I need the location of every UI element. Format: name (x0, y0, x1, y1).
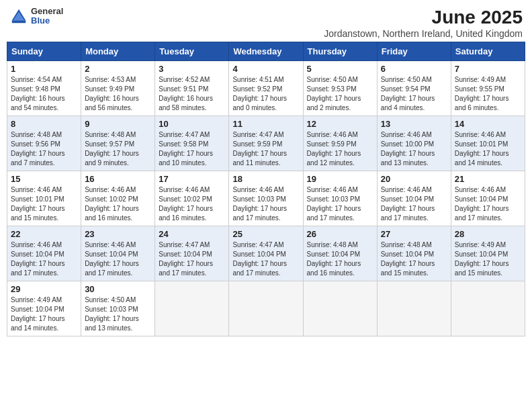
day-number: 22 (11, 229, 77, 239)
calendar-cell: 14Sunrise: 4:46 AM Sunset: 10:01 PM Dayl… (451, 116, 525, 171)
header-thursday: Thursday (303, 42, 377, 61)
calendar-cell: 23Sunrise: 4:46 AM Sunset: 10:04 PM Dayl… (81, 226, 155, 281)
day-number: 23 (85, 229, 151, 239)
day-number: 19 (307, 174, 373, 184)
header-wednesday: Wednesday (229, 42, 303, 61)
calendar-cell: 18Sunrise: 4:46 AM Sunset: 10:03 PM Dayl… (229, 171, 303, 226)
day-info: Sunrise: 4:49 AM Sunset: 10:04 PM Daylig… (11, 295, 77, 333)
calendar-cell: 15Sunrise: 4:46 AM Sunset: 10:01 PM Dayl… (7, 171, 81, 226)
calendar-cell: 17Sunrise: 4:46 AM Sunset: 10:02 PM Dayl… (155, 171, 229, 226)
calendar-cell: 29Sunrise: 4:49 AM Sunset: 10:04 PM Dayl… (7, 281, 81, 336)
day-info: Sunrise: 4:51 AM Sunset: 9:52 PM Dayligh… (232, 75, 299, 113)
header-saturday: Saturday (451, 42, 525, 61)
logo: General Blue (9, 7, 63, 26)
calendar-cell: 5Sunrise: 4:50 AM Sunset: 9:53 PM Daylig… (303, 61, 377, 116)
day-info: Sunrise: 4:48 AM Sunset: 10:04 PM Daylig… (381, 240, 447, 278)
day-number: 29 (11, 284, 77, 294)
calendar-cell: 21Sunrise: 4:46 AM Sunset: 10:04 PM Dayl… (451, 171, 525, 226)
day-info: Sunrise: 4:54 AM Sunset: 9:48 PM Dayligh… (11, 75, 77, 113)
calendar-cell: 26Sunrise: 4:48 AM Sunset: 10:04 PM Dayl… (303, 226, 377, 281)
calendar-week-5: 29Sunrise: 4:49 AM Sunset: 10:04 PM Dayl… (7, 281, 525, 336)
day-number: 13 (381, 119, 447, 129)
day-info: Sunrise: 4:46 AM Sunset: 10:00 PM Daylig… (381, 130, 447, 168)
day-number: 15 (11, 174, 77, 184)
day-info: Sunrise: 4:46 AM Sunset: 10:04 PM Daylig… (381, 185, 447, 223)
calendar-week-2: 8Sunrise: 4:48 AM Sunset: 9:56 PM Daylig… (7, 116, 525, 171)
day-number: 28 (455, 229, 521, 239)
day-info: Sunrise: 4:46 AM Sunset: 10:03 PM Daylig… (232, 185, 299, 223)
calendar-table: SundayMondayTuesdayWednesdayThursdayFrid… (7, 42, 525, 336)
day-number: 1 (11, 64, 77, 74)
day-number: 11 (232, 119, 299, 129)
day-number: 5 (307, 64, 373, 74)
header-sunday: Sunday (7, 42, 81, 61)
day-info: Sunrise: 4:46 AM Sunset: 10:04 PM Daylig… (11, 240, 77, 278)
calendar-cell: 3Sunrise: 4:52 AM Sunset: 9:51 PM Daylig… (155, 61, 229, 116)
day-info: Sunrise: 4:50 AM Sunset: 9:53 PM Dayligh… (307, 75, 373, 113)
calendar-cell: 27Sunrise: 4:48 AM Sunset: 10:04 PM Dayl… (377, 226, 451, 281)
calendar-cell: 30Sunrise: 4:50 AM Sunset: 10:03 PM Dayl… (81, 281, 155, 336)
main-title: June 2025 (324, 7, 523, 28)
calendar-cell: 7Sunrise: 4:49 AM Sunset: 9:55 PM Daylig… (451, 61, 525, 116)
calendar-cell: 2Sunrise: 4:53 AM Sunset: 9:49 PM Daylig… (81, 61, 155, 116)
day-info: Sunrise: 4:46 AM Sunset: 10:02 PM Daylig… (159, 185, 225, 223)
day-number: 26 (307, 229, 373, 239)
day-info: Sunrise: 4:48 AM Sunset: 9:57 PM Dayligh… (85, 130, 151, 168)
calendar-cell: 25Sunrise: 4:47 AM Sunset: 10:04 PM Dayl… (229, 226, 303, 281)
calendar-cell: 4Sunrise: 4:51 AM Sunset: 9:52 PM Daylig… (229, 61, 303, 116)
calendar-cell: 11Sunrise: 4:47 AM Sunset: 9:59 PM Dayli… (229, 116, 303, 171)
title-block: June 2025 Jordanstown, Northern Ireland,… (324, 7, 523, 39)
day-info: Sunrise: 4:47 AM Sunset: 10:04 PM Daylig… (159, 240, 225, 278)
logo-general-text: General (31, 7, 63, 16)
header-tuesday: Tuesday (155, 42, 229, 61)
calendar-week-1: 1Sunrise: 4:54 AM Sunset: 9:48 PM Daylig… (7, 61, 525, 116)
calendar-cell: 6Sunrise: 4:50 AM Sunset: 9:54 PM Daylig… (377, 61, 451, 116)
day-info: Sunrise: 4:46 AM Sunset: 10:02 PM Daylig… (85, 185, 151, 223)
day-info: Sunrise: 4:47 AM Sunset: 9:58 PM Dayligh… (159, 130, 225, 168)
day-info: Sunrise: 4:48 AM Sunset: 9:56 PM Dayligh… (11, 130, 77, 168)
day-info: Sunrise: 4:47 AM Sunset: 10:04 PM Daylig… (232, 240, 299, 278)
calendar-cell: 10Sunrise: 4:47 AM Sunset: 9:58 PM Dayli… (155, 116, 229, 171)
day-info: Sunrise: 4:52 AM Sunset: 9:51 PM Dayligh… (159, 75, 225, 113)
calendar-cell: 1Sunrise: 4:54 AM Sunset: 9:48 PM Daylig… (7, 61, 81, 116)
day-number: 30 (85, 284, 151, 294)
calendar-cell: 9Sunrise: 4:48 AM Sunset: 9:57 PM Daylig… (81, 116, 155, 171)
day-number: 2 (85, 64, 151, 74)
day-info: Sunrise: 4:46 AM Sunset: 10:03 PM Daylig… (307, 185, 373, 223)
day-number: 24 (159, 229, 225, 239)
calendar-week-4: 22Sunrise: 4:46 AM Sunset: 10:04 PM Dayl… (7, 226, 525, 281)
svg-rect-2 (12, 21, 26, 24)
calendar-header-row: SundayMondayTuesdayWednesdayThursdayFrid… (7, 42, 525, 61)
day-number: 3 (159, 64, 225, 74)
day-number: 6 (381, 64, 447, 74)
calendar-cell: 22Sunrise: 4:46 AM Sunset: 10:04 PM Dayl… (7, 226, 81, 281)
day-number: 12 (307, 119, 373, 129)
day-number: 18 (232, 174, 299, 184)
calendar-cell: 24Sunrise: 4:47 AM Sunset: 10:04 PM Dayl… (155, 226, 229, 281)
calendar-cell (377, 281, 451, 336)
day-number: 27 (381, 229, 447, 239)
header-monday: Monday (81, 42, 155, 61)
day-number: 17 (159, 174, 225, 184)
day-info: Sunrise: 4:48 AM Sunset: 10:04 PM Daylig… (307, 240, 373, 278)
calendar-cell (155, 281, 229, 336)
day-info: Sunrise: 4:49 AM Sunset: 9:55 PM Dayligh… (455, 75, 521, 113)
calendar-cell (303, 281, 377, 336)
calendar-cell: 12Sunrise: 4:46 AM Sunset: 9:59 PM Dayli… (303, 116, 377, 171)
day-info: Sunrise: 4:46 AM Sunset: 10:01 PM Daylig… (455, 130, 521, 168)
calendar-cell: 20Sunrise: 4:46 AM Sunset: 10:04 PM Dayl… (377, 171, 451, 226)
day-number: 4 (232, 64, 299, 74)
logo-blue-text: Blue (31, 16, 63, 26)
day-info: Sunrise: 4:46 AM Sunset: 10:04 PM Daylig… (455, 185, 521, 223)
calendar-cell: 16Sunrise: 4:46 AM Sunset: 10:02 PM Dayl… (81, 171, 155, 226)
day-number: 21 (455, 174, 521, 184)
day-info: Sunrise: 4:47 AM Sunset: 9:59 PM Dayligh… (232, 130, 299, 168)
calendar-cell: 19Sunrise: 4:46 AM Sunset: 10:03 PM Dayl… (303, 171, 377, 226)
day-number: 10 (159, 119, 225, 129)
calendar-cell: 28Sunrise: 4:49 AM Sunset: 10:04 PM Dayl… (451, 226, 525, 281)
calendar-week-3: 15Sunrise: 4:46 AM Sunset: 10:01 PM Dayl… (7, 171, 525, 226)
day-info: Sunrise: 4:50 AM Sunset: 10:03 PM Daylig… (85, 295, 151, 333)
day-info: Sunrise: 4:46 AM Sunset: 10:04 PM Daylig… (85, 240, 151, 278)
header-friday: Friday (377, 42, 451, 61)
calendar-cell (451, 281, 525, 336)
